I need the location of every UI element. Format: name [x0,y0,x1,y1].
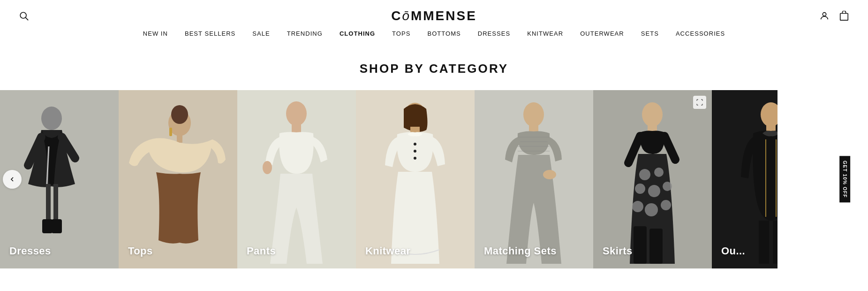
svg-point-5 [41,107,62,130]
svg-rect-9 [53,184,58,222]
svg-point-2 [823,13,826,16]
category-card-knitwear[interactable]: Knitwear [356,90,475,268]
nav-item-bottoms[interactable]: BOTTOMS [427,30,460,37]
header-right [755,11,849,21]
category-card-sets[interactable]: Matching Sets [475,90,593,268]
svg-line-1 [26,18,28,20]
discount-badge[interactable]: GET 10% OFF [839,156,850,202]
svg-rect-11 [52,219,62,233]
nav-item-tops[interactable]: TOPS [392,30,410,37]
chevron-left-icon [8,176,16,183]
nav-item-dresses[interactable]: DRESSES [478,30,510,37]
category-label-dresses: Dresses [9,245,51,257]
svg-point-35 [543,170,556,179]
account-button[interactable] [819,11,830,21]
screenshot-icon [693,96,706,109]
svg-rect-56 [759,221,769,264]
svg-point-21 [263,161,272,174]
nav-item-trending[interactable]: TRENDING [287,30,323,37]
section-title: SHOP BY CATEGORY [0,43,868,90]
svg-point-37 [642,102,663,127]
nav-item-sale[interactable]: SALE [252,30,270,37]
category-label-pants: Pants [247,245,276,257]
svg-rect-47 [634,226,647,264]
nav-item-best-sellers[interactable]: BEST SELLERS [185,30,235,37]
category-card-tops[interactable]: Tops [119,90,237,268]
category-label-knitwear: Knitwear [365,245,410,257]
svg-rect-17 [169,128,172,136]
svg-point-26 [414,150,416,153]
cart-button[interactable] [839,11,849,21]
svg-point-46 [661,200,671,210]
header-left [19,11,113,21]
category-label-skirts: Skirts [603,245,633,257]
cart-icon [839,11,849,21]
svg-point-29 [523,102,544,127]
svg-rect-48 [649,229,663,264]
category-label-sets: Matching Sets [484,245,557,257]
account-icon [819,11,830,21]
main-nav: NEW IN BEST SELLERS SALE TRENDING CLOTHI… [0,23,868,43]
svg-rect-8 [46,184,51,222]
nav-item-knitwear[interactable]: KNITWEAR [527,30,563,37]
svg-point-39 [639,169,650,180]
svg-rect-10 [42,219,53,233]
svg-point-44 [632,201,643,212]
svg-rect-16 [177,134,182,143]
nav-item-sets[interactable]: SETS [641,30,659,37]
category-card-outerwear[interactable]: Ou... [712,90,777,268]
category-card-skirts[interactable]: Skirts [593,90,712,268]
svg-point-25 [414,143,416,146]
brand-logo[interactable]: CōMMENSE [391,8,477,23]
nav-item-new-in[interactable]: NEW IN [143,30,168,37]
header-center: CōMMENSE [113,8,755,23]
svg-point-41 [635,184,645,194]
category-label-tops: Tops [128,245,153,257]
nav-item-clothing[interactable]: CLOTHING [340,30,375,37]
svg-point-40 [654,168,664,177]
svg-point-42 [648,185,660,197]
header: CōMMENSE [0,0,868,23]
search-button[interactable] [19,11,29,21]
svg-point-15 [171,105,188,124]
carousel-prev-button[interactable] [3,170,22,189]
svg-rect-3 [840,14,848,21]
svg-point-19 [286,101,307,126]
svg-rect-20 [292,124,301,133]
category-row: Dresses Tops [0,90,868,268]
nav-item-accessories[interactable]: ACCESSORIES [676,30,725,37]
svg-point-27 [414,157,416,160]
nav-item-outerwear[interactable]: OUTERWEAR [580,30,624,37]
svg-rect-57 [773,221,777,264]
search-icon [19,11,29,21]
category-card-pants[interactable]: Pants [237,90,356,268]
svg-point-0 [20,12,26,18]
svg-point-45 [645,203,658,216]
category-label-outerwear: Ou... [721,245,745,257]
svg-point-43 [663,182,672,191]
